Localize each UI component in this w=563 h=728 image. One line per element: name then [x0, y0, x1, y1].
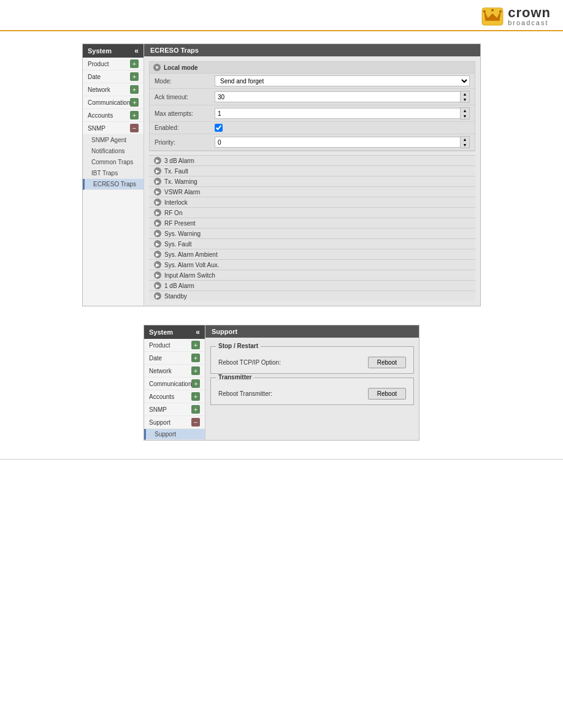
enabled-row: Enabled: [150, 122, 475, 134]
sidebar-item-snmp-top-collapse[interactable]: − [130, 124, 139, 132]
page-body: System « Product + Date + Network + Comm… [0, 31, 563, 453]
ack-timeout-spinner-btns: ▲ ▼ [460, 91, 470, 103]
reboot-tx-label: Reboot Transmitter: [218, 390, 358, 397]
trap-sys-fault-collapse[interactable]: ▶ [154, 240, 161, 248]
sidebar-item-network-bottom-expand[interactable]: + [191, 366, 200, 375]
sidebar-item-snmp-bottom-expand[interactable]: + [191, 405, 200, 414]
priority-down-btn[interactable]: ▼ [461, 142, 469, 148]
trap-3db-label: 3 dB Alarm [164, 157, 194, 164]
sidebar-item-communication-top[interactable]: Communication + [83, 96, 144, 109]
sidebar-bottom-header: System « [144, 325, 205, 339]
trap-rf-on-collapse[interactable]: ▶ [154, 209, 161, 216]
trap-sys-alarm-volt: ▶ Sys. Alarm Volt Aux. [149, 259, 475, 270]
trap-rf-on-label: RF On [164, 210, 182, 216]
priority-input[interactable] [215, 137, 460, 148]
trap-rf-present-collapse[interactable]: ▶ [154, 219, 161, 227]
local-mode-section: ▼ Local mode Mode: Send and forget Ackno… [149, 61, 475, 151]
sidebar-item-product-bottom-expand[interactable]: + [191, 341, 200, 349]
top-panel-title: ECRESO Traps [144, 44, 480, 56]
sidebar-sub-ibt-traps[interactable]: IBT Traps [83, 168, 144, 179]
sidebar-item-network-top[interactable]: Network + [83, 83, 144, 96]
trap-vswr-collapse[interactable]: ▶ [154, 188, 161, 195]
sidebar-item-product-top[interactable]: Product + [83, 58, 144, 70]
sidebar-item-communication-bottom[interactable]: Communication + [144, 377, 205, 390]
sidebar-item-network-bottom[interactable]: Network + [144, 365, 205, 377]
sidebar-item-communication-top-expand[interactable]: + [130, 98, 139, 107]
reboot-tcpip-button[interactable]: Reboot [368, 357, 406, 368]
sidebar-item-product-bottom-label: Product [149, 342, 170, 349]
max-attempts-row: Max attempts: ▲ ▼ [150, 105, 475, 122]
sidebar-item-date-bottom[interactable]: Date + [144, 352, 205, 365]
sidebar-item-communication-bottom-expand[interactable]: + [191, 379, 200, 388]
sidebar-item-snmp-top-label: SNMP [88, 125, 105, 132]
sidebar-item-accounts-top[interactable]: Accounts + [83, 109, 144, 122]
enabled-checkbox[interactable] [215, 124, 223, 132]
ack-timeout-input[interactable] [215, 91, 460, 102]
priority-spinner-btns: ▲ ▼ [460, 136, 470, 148]
max-attempts-up-btn[interactable]: ▲ [461, 108, 469, 113]
priority-up-btn[interactable]: ▲ [461, 137, 469, 142]
trap-input-alarm-collapse[interactable]: ▶ [154, 271, 161, 279]
trap-tx-warning-collapse[interactable]: ▶ [154, 178, 161, 185]
reboot-tcpip-label: Reboot TCP/IP Option: [218, 359, 358, 366]
logo-text: crown broadcast [508, 6, 551, 26]
sidebar-sub-ecreso-traps[interactable]: ECRESO Traps [83, 179, 144, 190]
trap-sys-alarm-ambient: ▶ Sys. Alarm Ambient [149, 249, 475, 259]
trap-1db-label: 1 dB Alarm [164, 282, 194, 289]
ack-timeout-spinner: ▲ ▼ [215, 91, 470, 103]
ack-timeout-up-btn[interactable]: ▲ [461, 91, 469, 97]
page-footer [0, 459, 563, 460]
trap-sys-warning: ▶ Sys. Warning [149, 228, 475, 238]
stop-restart-group: Stop / Restart Reboot TCP/IP Option: Reb… [210, 346, 414, 374]
sidebar-item-date-top-expand[interactable]: + [130, 72, 139, 81]
sidebar-item-communication-top-label: Communication [88, 99, 130, 106]
sidebar-item-support-bottom-collapse[interactable]: − [191, 418, 200, 427]
trap-standby-label: Standby [164, 293, 187, 300]
reboot-tx-button[interactable]: Reboot [368, 388, 406, 400]
sidebar-item-date-top[interactable]: Date + [83, 70, 144, 83]
sidebar-item-product-top-expand[interactable]: + [130, 59, 139, 68]
sidebar-collapse-icon[interactable]: « [134, 47, 139, 55]
ack-timeout-down-btn[interactable]: ▼ [461, 97, 469, 102]
sidebar-sub-common-traps[interactable]: Common Traps [83, 157, 144, 168]
sidebar-item-product-bottom[interactable]: Product + [144, 339, 205, 352]
sidebar-item-accounts-bottom-expand[interactable]: + [191, 392, 200, 401]
trap-interlock: ▶ Interlock [149, 197, 475, 207]
trap-sys-warning-collapse[interactable]: ▶ [154, 230, 161, 237]
logo-crown-word: crown [508, 6, 551, 20]
trap-sys-volt-collapse[interactable]: ▶ [154, 261, 161, 268]
sidebar-sub-support[interactable]: Support [144, 429, 205, 440]
max-attempts-down-btn[interactable]: ▼ [461, 113, 469, 119]
trap-standby-collapse[interactable]: ▶ [154, 292, 161, 300]
sidebar-item-snmp-bottom[interactable]: SNMP + [144, 403, 205, 416]
trap-input-alarm-switch: ▶ Input Alarm Switch [149, 270, 475, 280]
mode-label: Mode: [155, 78, 210, 85]
priority-row: Priority: ▲ ▼ [150, 134, 475, 151]
trap-tx-fault-collapse[interactable]: ▶ [154, 167, 161, 175]
crown-logo-icon [481, 7, 504, 26]
sidebar-item-accounts-bottom[interactable]: Accounts + [144, 390, 205, 403]
mode-select[interactable]: Send and forget Acknowledged [215, 75, 470, 86]
trap-vswr-label: VSWR Alarm [164, 189, 200, 195]
max-attempts-input[interactable] [215, 108, 460, 119]
sidebar-sub-notifications[interactable]: Notifications [83, 146, 144, 157]
trap-3db-collapse[interactable]: ▶ [154, 157, 161, 164]
trap-input-alarm-label: Input Alarm Switch [164, 272, 215, 279]
mode-row: Mode: Send and forget Acknowledged [150, 74, 475, 89]
top-sidebar: System « Product + Date + Network + Comm… [83, 44, 144, 306]
trap-interlock-collapse[interactable]: ▶ [154, 199, 161, 206]
sidebar-item-date-bottom-expand[interactable]: + [191, 354, 200, 362]
sidebar-bottom-collapse-icon[interactable]: « [196, 328, 200, 336]
reboot-tx-row: Reboot Transmitter: Reboot [211, 385, 413, 404]
trap-sys-ambient-collapse[interactable]: ▶ [154, 251, 161, 258]
sidebar-item-network-top-label: Network [88, 86, 110, 93]
trap-1db-collapse[interactable]: ▶ [154, 282, 161, 289]
sidebar-item-network-top-expand[interactable]: + [130, 85, 139, 94]
sidebar-sub-snmp-agent[interactable]: SNMP Agent [83, 135, 144, 146]
local-mode-header: ▼ Local mode [150, 62, 475, 74]
trap-1db-alarm: ▶ 1 dB Alarm [149, 280, 475, 290]
local-mode-collapse-btn[interactable]: ▼ [153, 64, 161, 71]
sidebar-item-support-bottom[interactable]: Support − [144, 416, 205, 429]
sidebar-item-accounts-top-expand[interactable]: + [130, 111, 139, 119]
sidebar-item-snmp-top[interactable]: SNMP − [83, 122, 144, 135]
